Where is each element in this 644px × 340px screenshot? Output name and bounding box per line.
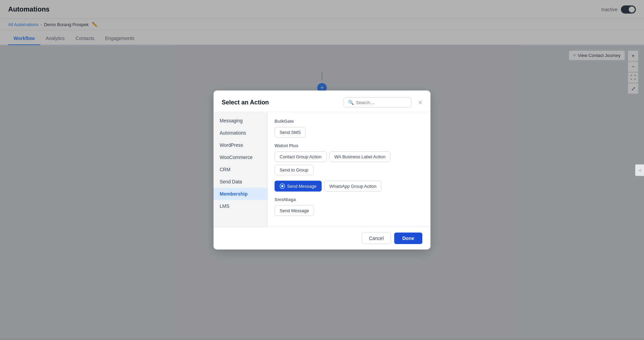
section-label-wabot-plus: Wabot Plus: [275, 143, 424, 148]
modal-title: Select an Action: [222, 99, 269, 106]
sidebar-item-automations[interactable]: Automations: [214, 127, 267, 139]
close-button[interactable]: ×: [418, 99, 422, 106]
check-circle-icon: [280, 183, 285, 189]
section-label-bulkgate: BulkGate: [275, 119, 424, 124]
right-edge-tab[interactable]: ◁: [635, 164, 644, 176]
send-message-smsniaga-button[interactable]: Send Message: [275, 205, 314, 216]
modal-body: Messaging Automations WordPress WooComme…: [214, 112, 430, 227]
send-sms-bulkgate-button[interactable]: Send SMS: [275, 127, 306, 138]
sidebar-item-membership[interactable]: Membership: [214, 188, 267, 200]
wabot-plus-actions-row2: Send Message WhatsApp Group Action: [275, 181, 424, 192]
sidebar-item-send-data[interactable]: Send Data: [214, 176, 267, 188]
wabot-plus-actions: Contact Group Action WA Business Label A…: [275, 152, 424, 175]
contact-group-action-button[interactable]: Contact Group Action: [275, 152, 327, 162]
bulkgate-actions: Send SMS: [275, 127, 424, 138]
whatsapp-group-action-button[interactable]: WhatsApp Group Action: [324, 181, 382, 192]
sidebar-item-messaging[interactable]: Messaging: [214, 115, 267, 127]
sidebar-item-wordpress[interactable]: WordPress: [214, 139, 267, 151]
send-to-group-button[interactable]: Send to Group: [275, 165, 314, 175]
modal-footer: Cancel Done: [214, 227, 430, 249]
done-button[interactable]: Done: [394, 233, 422, 244]
search-container: 🔍: [344, 97, 411, 107]
send-message-button[interactable]: Send Message: [275, 181, 322, 192]
modal-overlay: Select an Action 🔍 × Messaging Automatio…: [0, 0, 644, 340]
modal-header: Select an Action 🔍 ×: [214, 91, 430, 112]
modal-sidebar: Messaging Automations WordPress WooComme…: [214, 112, 268, 227]
smsniaga-actions: Send Message: [275, 205, 424, 216]
cancel-button[interactable]: Cancel: [362, 233, 391, 244]
section-label-smsniaga: SmsNiaga: [275, 197, 424, 202]
search-input[interactable]: [356, 100, 407, 105]
sidebar-item-woocommerce[interactable]: WooCommerce: [214, 151, 267, 163]
modal-content: BulkGate Send SMS Wabot Plus Contact Gro…: [268, 112, 430, 227]
search-icon: 🔍: [348, 100, 354, 105]
sidebar-item-crm[interactable]: CRM: [214, 163, 267, 176]
wa-business-label-button[interactable]: WA Business Label Action: [329, 152, 391, 162]
sidebar-item-lms[interactable]: LMS: [214, 200, 267, 212]
select-action-modal: Select an Action 🔍 × Messaging Automatio…: [214, 91, 430, 249]
